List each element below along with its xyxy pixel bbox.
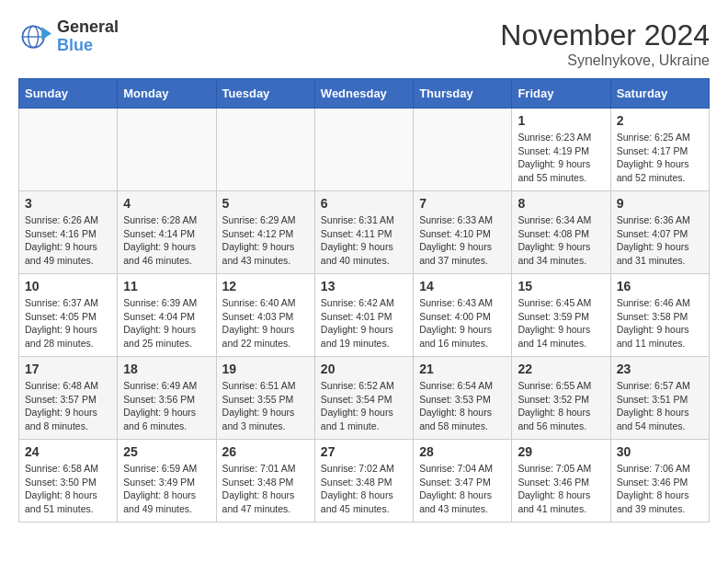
day-number: 30 xyxy=(617,444,703,459)
calendar-cell xyxy=(19,109,118,191)
calendar-cell: 1Sunrise: 6:23 AM Sunset: 4:19 PM Daylig… xyxy=(512,109,610,191)
calendar-cell: 3Sunrise: 6:26 AM Sunset: 4:16 PM Daylig… xyxy=(19,191,118,274)
day-info: Sunrise: 6:39 AM Sunset: 4:04 PM Dayligh… xyxy=(123,296,210,350)
weekday-header-wednesday: Wednesday xyxy=(314,79,413,109)
day-info: Sunrise: 6:29 AM Sunset: 4:12 PM Dayligh… xyxy=(222,213,309,268)
day-number: 10 xyxy=(25,279,111,293)
day-info: Sunrise: 6:42 AM Sunset: 4:01 PM Dayligh… xyxy=(321,296,407,350)
day-info: Sunrise: 6:34 AM Sunset: 4:08 PM Dayligh… xyxy=(518,213,604,268)
calendar-cell: 10Sunrise: 6:37 AM Sunset: 4:05 PM Dayli… xyxy=(19,274,118,357)
day-number: 20 xyxy=(321,362,407,376)
day-number: 19 xyxy=(222,362,309,376)
logo[interactable]: General Blue xyxy=(18,18,119,55)
day-number: 1 xyxy=(518,113,604,128)
day-info: Sunrise: 6:40 AM Sunset: 4:03 PM Dayligh… xyxy=(222,296,309,350)
calendar-cell: 18Sunrise: 6:49 AM Sunset: 3:56 PM Dayli… xyxy=(118,357,216,440)
day-info: Sunrise: 6:28 AM Sunset: 4:14 PM Dayligh… xyxy=(123,213,210,268)
calendar-cell: 29Sunrise: 7:05 AM Sunset: 3:46 PM Dayli… xyxy=(512,440,610,523)
day-info: Sunrise: 6:31 AM Sunset: 4:11 PM Dayligh… xyxy=(321,213,407,268)
day-number: 25 xyxy=(123,444,210,459)
calendar-cell xyxy=(414,109,512,191)
day-number: 26 xyxy=(222,444,309,459)
day-info: Sunrise: 6:43 AM Sunset: 4:00 PM Dayligh… xyxy=(419,296,506,350)
day-info: Sunrise: 6:36 AM Sunset: 4:07 PM Dayligh… xyxy=(617,213,703,268)
day-number: 8 xyxy=(518,196,604,211)
day-info: Sunrise: 6:33 AM Sunset: 4:10 PM Dayligh… xyxy=(419,213,506,268)
weekday-header-monday: Monday xyxy=(118,79,216,109)
day-number: 12 xyxy=(222,279,309,293)
day-info: Sunrise: 6:51 AM Sunset: 3:55 PM Dayligh… xyxy=(222,379,309,433)
calendar-cell: 7Sunrise: 6:33 AM Sunset: 4:10 PM Daylig… xyxy=(414,191,512,274)
calendar-cell: 30Sunrise: 7:06 AM Sunset: 3:46 PM Dayli… xyxy=(610,440,709,523)
day-number: 24 xyxy=(25,444,111,459)
day-info: Sunrise: 6:23 AM Sunset: 4:19 PM Dayligh… xyxy=(518,131,604,185)
calendar-cell: 8Sunrise: 6:34 AM Sunset: 4:08 PM Daylig… xyxy=(512,191,610,274)
day-info: Sunrise: 6:57 AM Sunset: 3:51 PM Dayligh… xyxy=(617,379,703,433)
day-info: Sunrise: 6:26 AM Sunset: 4:16 PM Dayligh… xyxy=(25,213,111,268)
calendar-cell: 13Sunrise: 6:42 AM Sunset: 4:01 PM Dayli… xyxy=(314,274,413,357)
weekday-header-friday: Friday xyxy=(512,79,610,109)
calendar-cell: 27Sunrise: 7:02 AM Sunset: 3:48 PM Dayli… xyxy=(314,440,413,523)
calendar-cell: 12Sunrise: 6:40 AM Sunset: 4:03 PM Dayli… xyxy=(216,274,314,357)
day-number: 2 xyxy=(617,113,703,128)
day-number: 15 xyxy=(518,279,604,293)
calendar-week-3: 10Sunrise: 6:37 AM Sunset: 4:05 PM Dayli… xyxy=(19,274,710,357)
day-info: Sunrise: 6:49 AM Sunset: 3:56 PM Dayligh… xyxy=(123,379,210,433)
page-header: General Blue November 2024 Synelnykove, … xyxy=(18,18,710,69)
day-number: 18 xyxy=(123,362,210,376)
calendar-cell: 17Sunrise: 6:48 AM Sunset: 3:57 PM Dayli… xyxy=(19,357,118,440)
day-number: 21 xyxy=(419,362,506,376)
day-info: Sunrise: 6:46 AM Sunset: 3:58 PM Dayligh… xyxy=(617,296,703,350)
day-number: 29 xyxy=(518,444,604,459)
day-info: Sunrise: 6:52 AM Sunset: 3:54 PM Dayligh… xyxy=(321,379,407,433)
calendar-cell: 22Sunrise: 6:55 AM Sunset: 3:52 PM Dayli… xyxy=(512,357,610,440)
day-number: 4 xyxy=(123,196,210,211)
day-number: 27 xyxy=(321,444,407,459)
day-info: Sunrise: 6:54 AM Sunset: 3:53 PM Dayligh… xyxy=(419,379,506,433)
calendar-cell: 25Sunrise: 6:59 AM Sunset: 3:49 PM Dayli… xyxy=(118,440,216,523)
day-info: Sunrise: 7:01 AM Sunset: 3:48 PM Dayligh… xyxy=(222,462,309,516)
weekday-header-thursday: Thursday xyxy=(414,79,512,109)
day-number: 17 xyxy=(25,362,111,376)
day-info: Sunrise: 6:48 AM Sunset: 3:57 PM Dayligh… xyxy=(25,379,111,433)
logo-text: General Blue xyxy=(57,18,119,55)
calendar-cell: 14Sunrise: 6:43 AM Sunset: 4:00 PM Dayli… xyxy=(414,274,512,357)
calendar-cell: 2Sunrise: 6:25 AM Sunset: 4:17 PM Daylig… xyxy=(610,109,709,191)
calendar-week-5: 24Sunrise: 6:58 AM Sunset: 3:50 PM Dayli… xyxy=(19,440,710,523)
day-number: 28 xyxy=(419,444,506,459)
day-number: 14 xyxy=(419,279,506,293)
calendar-cell xyxy=(216,109,314,191)
day-number: 6 xyxy=(321,196,407,211)
day-number: 7 xyxy=(419,196,506,211)
logo-icon xyxy=(18,20,51,53)
weekday-header-tuesday: Tuesday xyxy=(216,79,314,109)
weekday-header-sunday: Sunday xyxy=(19,79,118,109)
day-number: 13 xyxy=(321,279,407,293)
day-info: Sunrise: 7:06 AM Sunset: 3:46 PM Dayligh… xyxy=(617,462,703,516)
day-number: 16 xyxy=(617,279,703,293)
day-info: Sunrise: 6:58 AM Sunset: 3:50 PM Dayligh… xyxy=(25,462,111,516)
calendar-cell: 15Sunrise: 6:45 AM Sunset: 3:59 PM Dayli… xyxy=(512,274,610,357)
calendar-week-1: 1Sunrise: 6:23 AM Sunset: 4:19 PM Daylig… xyxy=(19,109,710,191)
calendar-cell: 6Sunrise: 6:31 AM Sunset: 4:11 PM Daylig… xyxy=(314,191,413,274)
calendar-cell: 4Sunrise: 6:28 AM Sunset: 4:14 PM Daylig… xyxy=(118,191,216,274)
title-block: November 2024 Synelnykove, Ukraine xyxy=(500,18,710,69)
day-number: 11 xyxy=(123,279,210,293)
logo-general: General xyxy=(57,18,119,37)
weekday-header-saturday: Saturday xyxy=(610,79,709,109)
day-info: Sunrise: 6:37 AM Sunset: 4:05 PM Dayligh… xyxy=(25,296,111,350)
day-number: 22 xyxy=(518,362,604,376)
weekday-header-row: SundayMondayTuesdayWednesdayThursdayFrid… xyxy=(19,79,710,109)
calendar-cell: 24Sunrise: 6:58 AM Sunset: 3:50 PM Dayli… xyxy=(19,440,118,523)
day-number: 9 xyxy=(617,196,703,211)
calendar-cell: 26Sunrise: 7:01 AM Sunset: 3:48 PM Dayli… xyxy=(216,440,314,523)
day-number: 23 xyxy=(617,362,703,376)
day-info: Sunrise: 7:04 AM Sunset: 3:47 PM Dayligh… xyxy=(419,462,506,516)
day-info: Sunrise: 6:55 AM Sunset: 3:52 PM Dayligh… xyxy=(518,379,604,433)
day-info: Sunrise: 6:45 AM Sunset: 3:59 PM Dayligh… xyxy=(518,296,604,350)
day-number: 3 xyxy=(25,196,111,211)
day-number: 5 xyxy=(222,196,309,211)
calendar-cell: 5Sunrise: 6:29 AM Sunset: 4:12 PM Daylig… xyxy=(216,191,314,274)
logo-blue: Blue xyxy=(57,37,119,55)
calendar-cell: 28Sunrise: 7:04 AM Sunset: 3:47 PM Dayli… xyxy=(414,440,512,523)
